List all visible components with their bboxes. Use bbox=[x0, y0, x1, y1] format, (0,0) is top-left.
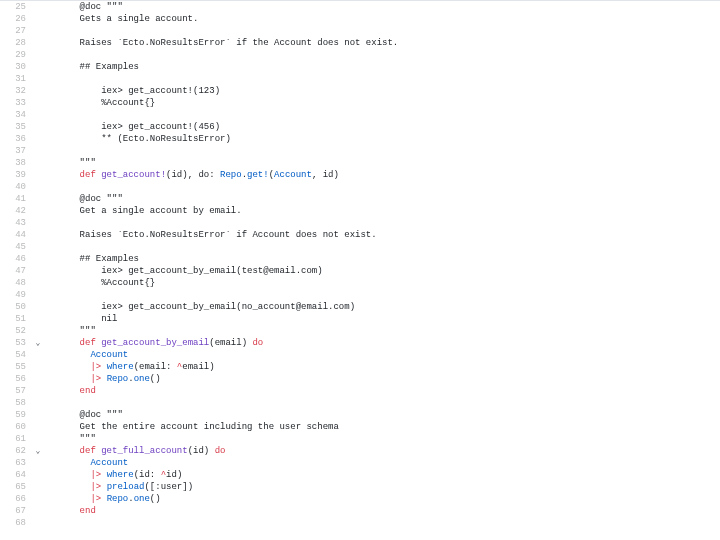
code-content[interactable]: |> preload([:user]) bbox=[44, 481, 193, 493]
code-content[interactable]: @doc """ bbox=[44, 193, 123, 205]
line-number[interactable]: 30 bbox=[0, 61, 32, 73]
line-number[interactable]: 66 bbox=[0, 493, 32, 505]
code-line[interactable]: 59 @doc """ bbox=[0, 409, 720, 421]
line-number[interactable]: 63 bbox=[0, 457, 32, 469]
code-content[interactable]: iex> get_account_by_email(no_account@ema… bbox=[44, 301, 355, 313]
line-number[interactable]: 49 bbox=[0, 289, 32, 301]
code-line[interactable]: 37 bbox=[0, 145, 720, 157]
line-number[interactable]: 45 bbox=[0, 241, 32, 253]
line-number[interactable]: 59 bbox=[0, 409, 32, 421]
line-number[interactable]: 44 bbox=[0, 229, 32, 241]
code-line[interactable]: 47 iex> get_account_by_email(test@email.… bbox=[0, 265, 720, 277]
line-number[interactable]: 33 bbox=[0, 97, 32, 109]
code-line[interactable]: 58 bbox=[0, 397, 720, 409]
line-number[interactable]: 37 bbox=[0, 145, 32, 157]
code-line[interactable]: 52 """ bbox=[0, 325, 720, 337]
code-line[interactable]: 60 Get the entire account including the … bbox=[0, 421, 720, 433]
line-number[interactable]: 55 bbox=[0, 361, 32, 373]
code-line[interactable]: 28 Raises `Ecto.NoResultsError` if the A… bbox=[0, 37, 720, 49]
code-content[interactable]: Get a single account by email. bbox=[44, 205, 242, 217]
line-number[interactable]: 52 bbox=[0, 325, 32, 337]
code-content[interactable]: @doc """ bbox=[44, 1, 123, 13]
code-line[interactable]: 48 %Account{} bbox=[0, 277, 720, 289]
code-content[interactable]: iex> get_account!(456) bbox=[44, 121, 220, 133]
code-line[interactable]: 26 Gets a single account. bbox=[0, 13, 720, 25]
code-line[interactable]: 38 """ bbox=[0, 157, 720, 169]
line-number[interactable]: 47 bbox=[0, 265, 32, 277]
code-line[interactable]: 55 |> where(email: ^email) bbox=[0, 361, 720, 373]
code-line[interactable]: 36 ** (Ecto.NoResultsError) bbox=[0, 133, 720, 145]
code-content[interactable]: ## Examples bbox=[44, 253, 139, 265]
code-content[interactable]: %Account{} bbox=[44, 277, 155, 289]
code-line[interactable]: 44 Raises `Ecto.NoResultsError` if Accou… bbox=[0, 229, 720, 241]
code-content[interactable]: """ bbox=[44, 157, 96, 169]
code-line[interactable]: 66 |> Repo.one() bbox=[0, 493, 720, 505]
code-content[interactable]: Account bbox=[44, 349, 128, 361]
line-number[interactable]: 34 bbox=[0, 109, 32, 121]
line-number[interactable]: 67 bbox=[0, 505, 32, 517]
code-content[interactable]: |> where(email: ^email) bbox=[44, 361, 215, 373]
code-line[interactable]: 68 bbox=[0, 517, 720, 529]
code-content[interactable]: Account bbox=[44, 457, 128, 469]
code-line[interactable]: 41 @doc """ bbox=[0, 193, 720, 205]
code-line[interactable]: 64 |> where(id: ^id) bbox=[0, 469, 720, 481]
code-line[interactable]: 43 bbox=[0, 217, 720, 229]
line-number[interactable]: 51 bbox=[0, 313, 32, 325]
code-content[interactable] bbox=[44, 397, 58, 409]
code-line[interactable]: 33 %Account{} bbox=[0, 97, 720, 109]
line-number[interactable]: 61 bbox=[0, 433, 32, 445]
code-content[interactable]: %Account{} bbox=[44, 97, 155, 109]
code-line[interactable]: 29 bbox=[0, 49, 720, 61]
code-content[interactable]: iex> get_account_by_email(test@email.com… bbox=[44, 265, 323, 277]
code-content[interactable]: |> where(id: ^id) bbox=[44, 469, 182, 481]
code-line[interactable]: 62⌄ def get_full_account(id) do bbox=[0, 445, 720, 457]
code-content[interactable]: |> Repo.one() bbox=[44, 493, 161, 505]
line-number[interactable]: 58 bbox=[0, 397, 32, 409]
code-viewer[interactable]: 25 @doc """26 Gets a single account.2728… bbox=[0, 1, 720, 529]
line-number[interactable]: 31 bbox=[0, 73, 32, 85]
code-line[interactable]: 50 iex> get_account_by_email(no_account@… bbox=[0, 301, 720, 313]
line-number[interactable]: 43 bbox=[0, 217, 32, 229]
code-content[interactable]: |> Repo.one() bbox=[44, 373, 161, 385]
code-content[interactable]: Raises `Ecto.NoResultsError` if the Acco… bbox=[44, 37, 398, 49]
code-content[interactable] bbox=[44, 109, 58, 121]
line-number[interactable]: 48 bbox=[0, 277, 32, 289]
code-content[interactable]: def get_account_by_email(email) do bbox=[44, 337, 263, 349]
line-number[interactable]: 38 bbox=[0, 157, 32, 169]
code-line[interactable]: 46 ## Examples bbox=[0, 253, 720, 265]
fold-toggle-icon[interactable]: ⌄ bbox=[32, 445, 44, 457]
line-number[interactable]: 25 bbox=[0, 1, 32, 13]
line-number[interactable]: 40 bbox=[0, 181, 32, 193]
line-number[interactable]: 60 bbox=[0, 421, 32, 433]
code-line[interactable]: 35 iex> get_account!(456) bbox=[0, 121, 720, 133]
code-content[interactable]: Gets a single account. bbox=[44, 13, 198, 25]
code-content[interactable] bbox=[44, 217, 58, 229]
code-content[interactable]: end bbox=[44, 385, 96, 397]
code-content[interactable]: ## Examples bbox=[44, 61, 139, 73]
code-line[interactable]: 57 end bbox=[0, 385, 720, 397]
line-number[interactable]: 57 bbox=[0, 385, 32, 397]
code-content[interactable]: def get_full_account(id) do bbox=[44, 445, 225, 457]
code-line[interactable]: 27 bbox=[0, 25, 720, 37]
code-line[interactable]: 30 ## Examples bbox=[0, 61, 720, 73]
code-content[interactable]: end bbox=[44, 505, 96, 517]
line-number[interactable]: 62 bbox=[0, 445, 32, 457]
code-content[interactable]: ** (Ecto.NoResultsError) bbox=[44, 133, 231, 145]
code-line[interactable]: 39 def get_account!(id), do: Repo.get!(A… bbox=[0, 169, 720, 181]
code-line[interactable]: 65 |> preload([:user]) bbox=[0, 481, 720, 493]
line-number[interactable]: 32 bbox=[0, 85, 32, 97]
code-content[interactable] bbox=[44, 289, 58, 301]
line-number[interactable]: 42 bbox=[0, 205, 32, 217]
code-line[interactable]: 67 end bbox=[0, 505, 720, 517]
code-line[interactable]: 56 |> Repo.one() bbox=[0, 373, 720, 385]
line-number[interactable]: 46 bbox=[0, 253, 32, 265]
code-line[interactable]: 49 bbox=[0, 289, 720, 301]
line-number[interactable]: 54 bbox=[0, 349, 32, 361]
code-content[interactable] bbox=[44, 181, 58, 193]
code-content[interactable] bbox=[44, 25, 58, 37]
code-content[interactable]: """ bbox=[44, 325, 96, 337]
line-number[interactable]: 35 bbox=[0, 121, 32, 133]
code-line[interactable]: 32 iex> get_account!(123) bbox=[0, 85, 720, 97]
code-content[interactable]: iex> get_account!(123) bbox=[44, 85, 220, 97]
code-content[interactable] bbox=[44, 73, 58, 85]
